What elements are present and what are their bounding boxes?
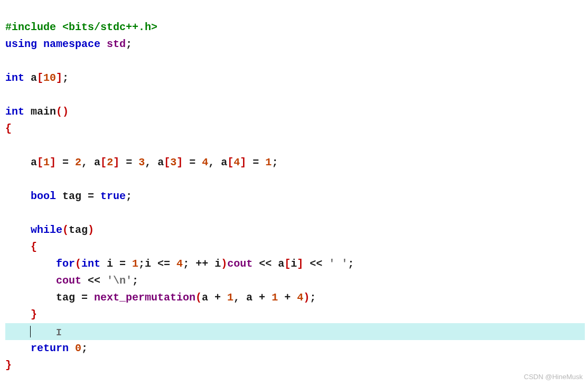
watermark-text: CSDN @HineMusk	[524, 372, 583, 383]
current-line-highlight: I	[5, 323, 585, 340]
line-6: int main()	[5, 106, 69, 118]
line-14: {	[5, 241, 37, 253]
line-13: while(tag)	[5, 224, 94, 236]
line-16: cout << '\n';	[5, 275, 138, 287]
line-15: for(int i = 1;i <= 4; ++ i)cout << a[i] …	[5, 258, 354, 270]
line-7: {	[5, 123, 12, 135]
code-block: #include <bits/stdc++.h> using namespace…	[0, 0, 588, 376]
line-4: int a[10];	[5, 72, 69, 84]
pp-include: #include	[5, 21, 56, 33]
line-9: a[1] = 2, a[2] = 3, a[3] = 4, a[4] = 1;	[5, 156, 278, 168]
line-17: tag = next_permutation(a + 1, a + 1 + 4)…	[5, 291, 316, 304]
line-21: }	[5, 359, 12, 371]
line-2: using namespace std;	[5, 38, 132, 50]
line-20: return 0;	[5, 342, 88, 354]
line-18: }	[5, 308, 37, 321]
line-11: bool tag = true;	[5, 190, 132, 202]
text-cursor-icon	[30, 326, 31, 337]
line-1: #include <bits/stdc++.h>	[5, 21, 157, 33]
ibeam-cursor-icon: I	[56, 327, 62, 338]
